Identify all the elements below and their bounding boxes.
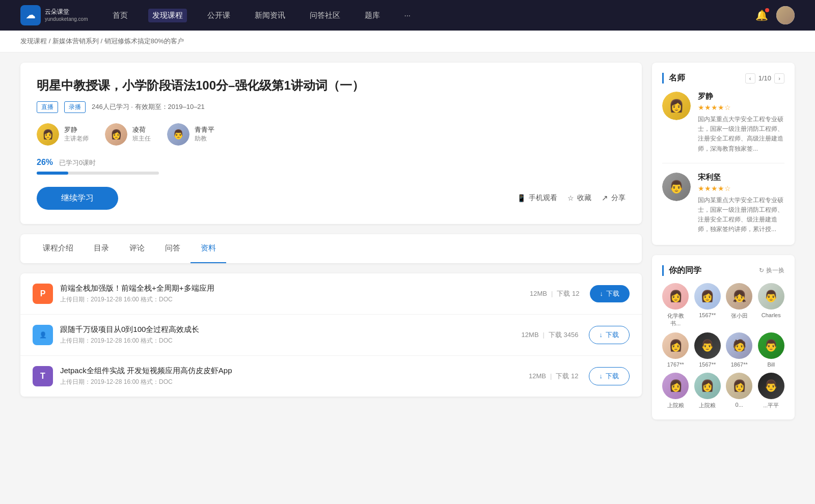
file-stats-0: 12MB | 下载 12: [530, 289, 579, 298]
sidebar-teacher-info-1: 宋利坚 ★★★★☆ 国内某重点大学安全工程专业硕士，国家一级注册消防工程师、注册…: [698, 173, 784, 235]
progress-sub: 已学习0课时: [59, 159, 96, 166]
logo[interactable]: ☁ 云朵课堂yunduoketang.com: [20, 5, 88, 25]
download-icon-0: ↓: [600, 290, 604, 297]
classmates-grid: 👩 化学教书... 👩 1567** 👧 张小田 👨 Charles: [662, 283, 784, 409]
user-avatar-nav[interactable]: [776, 6, 795, 24]
course-meta-text: 246人已学习 · 有效期至：2019–10–21: [92, 102, 205, 111]
teacher-name-1: 凌荷: [132, 125, 151, 134]
classmate-3[interactable]: 👨 Charles: [758, 283, 785, 327]
teacher-item-2: 👨 青青平 助教: [167, 123, 214, 146]
course-card: 明星中教授课，小学阶段语法100分–强化级第1讲动词（一） 直播 录播 246人…: [20, 63, 642, 224]
download-button-1[interactable]: ↓ 下载: [589, 326, 630, 344]
refresh-label: 换一换: [766, 266, 784, 275]
nav-items: 首页 发现课程 公开课 新闻资讯 问答社区 题库 ···: [108, 9, 755, 22]
teacher-role-0: 主讲老师: [64, 134, 89, 143]
classmate-7[interactable]: 👨 Bill: [758, 332, 785, 368]
share-label: 分享: [611, 193, 626, 203]
file-downloads-2: 下载 12: [556, 372, 578, 381]
file-stats-1: 12MB | 下载 3456: [522, 330, 579, 340]
file-downloads-1: 下载 3456: [549, 330, 579, 340]
collect-button[interactable]: ☆ 收藏: [567, 193, 591, 203]
nav-home[interactable]: 首页: [108, 9, 132, 22]
sidebar-teacher-desc-1: 国内某重点大学安全工程专业硕士，国家一级注册消防工程师、注册安全工程师、级注册建…: [698, 195, 784, 235]
classmate-1[interactable]: 👩 1567**: [694, 283, 721, 327]
classmate-name-2: 张小田: [731, 312, 748, 320]
file-item-1: 👤 跟随千万级项目从0到100全过程高效成长 上传日期：2019-12-28 1…: [20, 315, 642, 356]
sidebar-teacher-desc-0: 国内某重点大学安全工程专业硕士，国家一级注册消防工程师、注册安全工程师、高级注册…: [698, 115, 784, 154]
classmate-name-0: 化学教书...: [662, 312, 689, 327]
classmate-avatar-2: 👧: [726, 283, 752, 310]
nav-discover[interactable]: 发现课程: [148, 9, 187, 22]
breadcrumb-current: 销冠修炼术搞定80%的客户: [104, 37, 184, 45]
badge-live: 直播: [37, 101, 58, 113]
sidebar-teacher-avatar-0: 👩: [662, 92, 691, 120]
classmate-name-3: Charles: [762, 312, 781, 318]
breadcrumb-discover[interactable]: 发现课程: [20, 37, 47, 45]
classmate-5[interactable]: 👨 1567**: [694, 332, 721, 368]
classmate-avatar-10: 👩: [726, 373, 752, 399]
tabs-bar: 课程介绍 目录 评论 问答 资料: [20, 234, 642, 263]
tab-intro[interactable]: 课程介绍: [33, 234, 84, 263]
classmate-4[interactable]: 👩 1767**: [662, 332, 689, 368]
course-title: 明星中教授课，小学阶段语法100分–强化级第1讲动词（一）: [37, 77, 626, 94]
nav-quiz[interactable]: 题库: [361, 9, 384, 22]
classmate-avatar-7: 👨: [758, 332, 784, 359]
classmate-name-7: Bill: [767, 361, 775, 368]
classmate-9[interactable]: 👩 上院粮: [694, 373, 721, 409]
classmate-name-1: 1567**: [699, 312, 716, 318]
nav-news[interactable]: 新闻资讯: [251, 9, 289, 22]
file-icon-2: T: [33, 366, 53, 386]
tab-qa[interactable]: 问答: [155, 234, 191, 263]
teachers-next-btn[interactable]: ›: [774, 73, 784, 83]
classmate-name-8: 上院粮: [667, 402, 684, 409]
progress-label: 26%: [37, 158, 53, 166]
teachers-page: 1/10: [758, 74, 771, 82]
notification-bell[interactable]: 🔔: [755, 9, 768, 21]
navbar: ☁ 云朵课堂yunduoketang.com 首页 发现课程 公开课 新闻资讯 …: [0, 0, 815, 31]
nav-open[interactable]: 公开课: [203, 9, 234, 22]
classmate-2[interactable]: 👧 张小田: [726, 283, 753, 327]
classmate-name-10: 0...: [736, 402, 743, 408]
classmate-8[interactable]: 👩 上院粮: [662, 373, 689, 409]
classmate-avatar-0: 👩: [662, 283, 689, 310]
tab-review[interactable]: 评论: [119, 234, 155, 263]
sidebar-teacher-stars-1: ★★★★☆: [698, 184, 784, 192]
tab-catalog[interactable]: 目录: [84, 234, 119, 263]
classmate-6[interactable]: 🧑 1867**: [726, 332, 753, 368]
main-layout: 明星中教授课，小学阶段语法100分–强化级第1讲动词（一） 直播 录播 246人…: [0, 52, 815, 440]
share-button[interactable]: ↗ 分享: [602, 193, 626, 203]
progress-bar-bg: [37, 172, 159, 175]
teacher-item-0: 👩 罗静 主讲老师: [37, 123, 89, 146]
tab-material[interactable]: 资料: [191, 234, 226, 263]
sidebar-teacher-stars-0: ★★★★☆: [698, 103, 784, 111]
download-button-0[interactable]: ↓ 下载: [590, 285, 630, 302]
teacher-avatar-2: 👨: [167, 123, 189, 146]
download-icon-2: ↓: [600, 372, 603, 380]
teacher-role-1: 班主任: [132, 134, 151, 143]
classmate-11[interactable]: 👨 ...平平: [758, 373, 785, 409]
mobile-watch-button[interactable]: 📱 手机观看: [517, 193, 557, 203]
mobile-icon: 📱: [517, 194, 526, 202]
teachers-prev-btn[interactable]: ‹: [745, 73, 755, 83]
classmates-card: 你的同学 ↻ 换一换 👩 化学教书... 👩 1567** 👧: [652, 255, 795, 419]
teachers-sidebar-card: 名师 ‹ 1/10 › 👩 罗静 ★★★★☆ 国内某重点大学安全工程专业硕士，国…: [652, 63, 795, 245]
download-button-2[interactable]: ↓ 下载: [589, 367, 630, 385]
nav-right: 🔔: [755, 6, 795, 24]
teacher-role-2: 助教: [195, 134, 214, 143]
breadcrumb-series[interactable]: 新媒体营销系列: [52, 37, 99, 45]
classmate-10[interactable]: 👩 0...: [726, 373, 753, 409]
mobile-watch-label: 手机观看: [529, 193, 557, 203]
share-icon: ↗: [602, 193, 608, 203]
notification-dot: [765, 8, 769, 12]
nav-more[interactable]: ···: [400, 9, 415, 22]
file-meta-2: 上传日期：2019-12-28 16:00 格式：DOC: [60, 378, 529, 386]
refresh-classmates-btn[interactable]: ↻ 换一换: [759, 266, 784, 275]
left-content: 明星中教授课，小学阶段语法100分–强化级第1讲动词（一） 直播 录播 246人…: [20, 63, 642, 430]
nav-qa[interactable]: 问答社区: [306, 9, 344, 22]
classmate-0[interactable]: 👩 化学教书...: [662, 283, 689, 327]
continue-button[interactable]: 继续学习: [37, 187, 118, 210]
refresh-icon: ↻: [759, 267, 764, 274]
classmates-title: 你的同学: [662, 265, 701, 276]
tabs-list: 课程介绍 目录 评论 问答 资料: [33, 234, 630, 263]
action-row: 继续学习 📱 手机观看 ☆ 收藏 ↗ 分享: [37, 187, 626, 210]
